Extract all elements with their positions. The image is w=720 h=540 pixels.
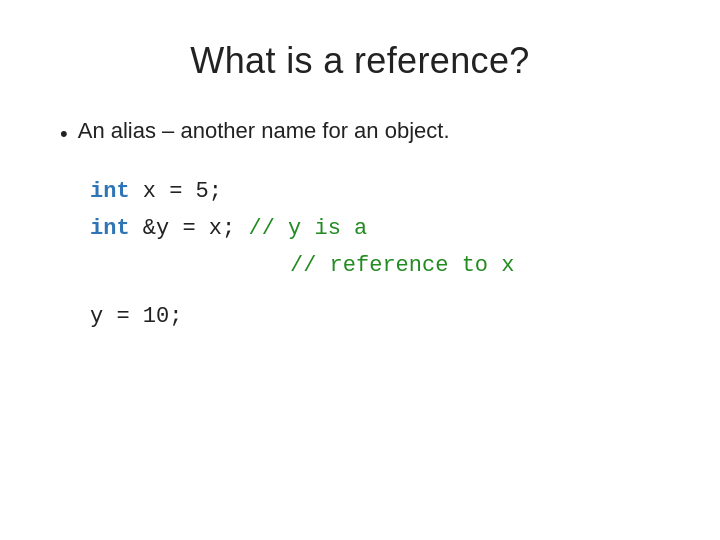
keyword-int-1: int <box>90 175 130 208</box>
code-line4-text: y = 10; <box>90 300 182 333</box>
code-block: int x = 5; int &y = x; // y is a // refe… <box>90 175 660 333</box>
bullet-dot: • <box>60 121 68 147</box>
code-line3-comment: // reference to x <box>290 249 514 282</box>
code-line1-rest: x = 5; <box>130 175 222 208</box>
content-area: • An alias – another name for an object.… <box>60 118 660 333</box>
code-line2-comment: // y is a <box>235 212 367 245</box>
slide-title: What is a reference? <box>60 40 660 82</box>
code-line2-rest: &y = x; <box>130 212 236 245</box>
bullet-text: An alias – another name for an object. <box>78 118 450 144</box>
code-line-2: int &y = x; // y is a <box>90 212 660 245</box>
keyword-int-2: int <box>90 212 130 245</box>
bullet-item: • An alias – another name for an object. <box>60 118 660 147</box>
code-line-3: // reference to x <box>290 249 660 282</box>
code-line-1: int x = 5; <box>90 175 660 208</box>
slide: What is a reference? • An alias – anothe… <box>0 0 720 540</box>
code-line-4: y = 10; <box>90 300 660 333</box>
